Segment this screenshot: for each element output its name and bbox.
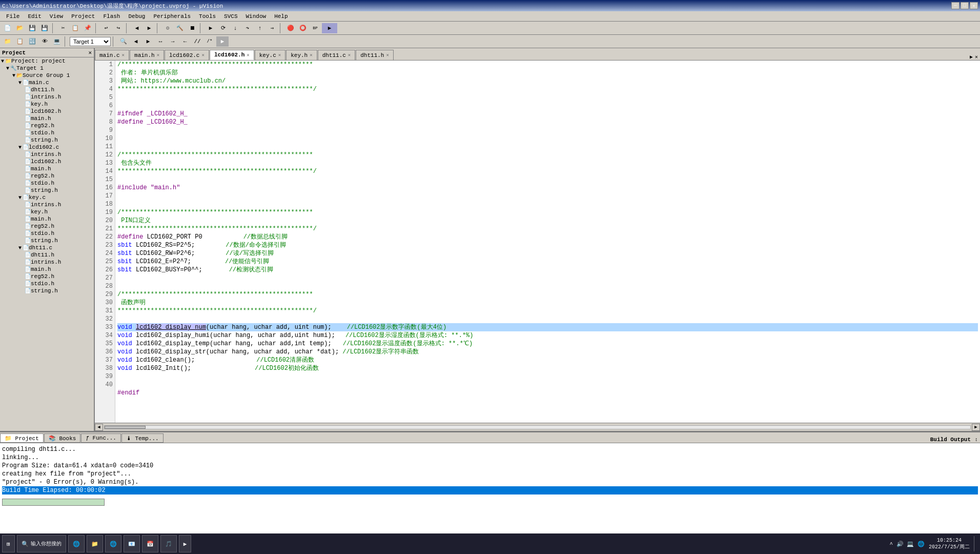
horizontal-scroll-track[interactable] — [104, 425, 971, 429]
stop-btn[interactable]: ⏹ — [187, 23, 198, 33]
replace-btn[interactable]: ↔ — [155, 36, 166, 47]
find-next[interactable]: ▶ — [142, 36, 154, 47]
menu-file[interactable]: File — [2, 12, 24, 21]
tab-dht11-h[interactable]: dht11.h ✕ — [356, 50, 394, 60]
taskbar-app-winamp[interactable]: ▶ — [179, 535, 192, 552]
tree-string-h4[interactable]: 📄 string.h — [0, 287, 94, 294]
tab-nav-btn[interactable]: ▶ — [970, 54, 973, 60]
tree-dht11-c[interactable]: ▼ 📄 dht11.c — [0, 244, 94, 251]
menu-peripherals[interactable]: Peripherals — [149, 12, 195, 21]
menu-window[interactable]: Window — [242, 12, 271, 21]
tree-dht11-h[interactable]: 📄 dht11.h — [0, 86, 94, 93]
tree-lcd1602-c[interactable]: ▼ 📄 lcd1602.c — [0, 144, 94, 151]
horizontal-scrollbar[interactable]: ◀ ▶ — [95, 423, 980, 431]
rebuild-btn[interactable]: 🔨 — [174, 23, 186, 33]
menu-help[interactable]: Help — [270, 12, 292, 21]
debug-start[interactable]: ▶ — [205, 23, 216, 33]
insert-bp[interactable]: 🔴 — [285, 23, 296, 33]
new-btn[interactable]: 📄 — [2, 23, 13, 33]
comment-btn[interactable]: // — [192, 36, 203, 47]
find-btn[interactable]: 🔍 — [118, 36, 129, 47]
taskbar-app-edge[interactable]: 🌐 — [68, 535, 85, 552]
tree-intrins-h2[interactable]: 📄 intrins.h — [0, 151, 94, 158]
tree-lcd1602-h2[interactable]: 📄 lcd1602.h — [0, 158, 94, 165]
menu-svcs[interactable]: SVCS — [220, 12, 241, 21]
undo-btn[interactable]: ↩ — [100, 23, 112, 33]
tree-stdio-h1[interactable]: 📄 stdio.h — [0, 129, 94, 136]
btab-project[interactable]: 📁 Project — [0, 433, 44, 443]
code-editor[interactable]: 1 2 3 4 5 6 7 8 9 10 11 12 13 14 15 16 1… — [95, 61, 980, 423]
tree-lcd1602-h1[interactable]: 📄 lcd1602.h — [0, 108, 94, 115]
watch-window[interactable]: 👁 — [39, 36, 50, 47]
btab-books[interactable]: 📚 Books — [44, 433, 81, 443]
tree-reg52-h1[interactable]: 📄 reg52.h — [0, 122, 94, 129]
taskbar-app-music[interactable]: 🎵 — [160, 535, 177, 552]
menu-debug[interactable]: Debug — [124, 12, 149, 21]
tree-main-h3[interactable]: 📄 main.h — [0, 215, 94, 223]
tree-string-h2[interactable]: 📄 string.h — [0, 187, 94, 194]
tree-stdio-h2[interactable]: 📄 stdio.h — [0, 180, 94, 187]
debug-run[interactable]: ⇒ — [267, 23, 278, 33]
tree-source-group[interactable]: ▼ 📂 Source Group 1 — [0, 72, 94, 79]
tree-string-h1[interactable]: 📄 string.h — [0, 136, 94, 144]
proj-window[interactable]: 📁 — [2, 36, 13, 47]
menu-project[interactable]: Project — [67, 12, 99, 21]
tab-main-h[interactable]: main.h ✕ — [130, 50, 164, 60]
build-btn[interactable]: ⚙ — [162, 23, 173, 33]
sym-window[interactable]: 🔣 — [27, 36, 38, 47]
tree-reg52-h2[interactable]: 📄 reg52.h — [0, 172, 94, 180]
open-btn[interactable]: 📂 — [14, 23, 26, 33]
tab-key-h[interactable]: key.h ✕ — [286, 50, 317, 60]
horizontal-scroll-thumb[interactable] — [105, 426, 146, 429]
tree-key-h1[interactable]: 📄 key.h — [0, 101, 94, 108]
outdent-btn[interactable]: ← — [179, 36, 191, 47]
target-select[interactable]: Target 1 — [70, 37, 111, 46]
btab-func[interactable]: ƒ Func... — [81, 433, 120, 443]
copy-btn[interactable]: 📋 — [70, 23, 81, 33]
run-btn[interactable]: ▶ — [216, 36, 229, 47]
debug-out[interactable]: ↑ — [254, 23, 266, 33]
en-bp[interactable]: BP — [310, 23, 321, 33]
show-desktop-btn[interactable] — [974, 536, 978, 551]
project-panel-close[interactable]: ✕ — [88, 49, 92, 56]
tab-lcd1602-h[interactable]: lcd1602.h ✕ — [210, 50, 254, 60]
taskbar-app-chrome[interactable]: 🌐 — [105, 535, 121, 552]
mem-window[interactable]: 💻 — [51, 36, 63, 47]
tree-main-h2[interactable]: 📄 main.h — [0, 165, 94, 172]
menu-view[interactable]: View — [46, 12, 67, 21]
tree-reg52-h3[interactable]: 📄 reg52.h — [0, 223, 94, 230]
tab-dht11-c[interactable]: dht11.c ✕ — [318, 50, 356, 60]
nav-fwd[interactable]: ▶ — [144, 23, 155, 33]
tree-stdio-h4[interactable]: 📄 stdio.h — [0, 280, 94, 287]
taskbar-app-mail[interactable]: 📧 — [124, 535, 140, 552]
tree-intrins-h1[interactable]: 📄 intrins.h — [0, 93, 94, 101]
tab-main-c[interactable]: main.c ✕ — [95, 50, 129, 60]
regs-window[interactable]: 📋 — [14, 36, 26, 47]
tree-reg52-h4[interactable]: 📄 reg52.h — [0, 273, 94, 280]
menu-flash[interactable]: Flash — [99, 12, 124, 21]
tree-project-root[interactable]: ▼ 📁 Project: project — [0, 57, 94, 65]
paste-btn[interactable]: 📌 — [82, 23, 93, 33]
debug-reset[interactable]: ⟳ — [217, 23, 229, 33]
taskbar-app-file[interactable]: 📁 — [87, 535, 103, 552]
close-button[interactable]: ✕ — [970, 2, 978, 9]
search-button[interactable]: 🔍 输入你想搜的 — [17, 535, 66, 552]
tree-string-h3[interactable]: 📄 string.h — [0, 237, 94, 244]
tab-lcd1602-c[interactable]: lcd1602.c ✕ — [165, 50, 209, 60]
debug-over[interactable]: ↷ — [242, 23, 253, 33]
clr-bp[interactable]: ⭕ — [297, 23, 309, 33]
indent-btn[interactable]: → — [167, 36, 178, 47]
tree-key-c[interactable]: ▼ 📄 key.c — [0, 194, 94, 201]
scroll-right-btn[interactable]: ▶ — [972, 424, 980, 431]
maximize-button[interactable]: □ — [961, 2, 969, 9]
btab-temp[interactable]: 🌡 Temp... — [121, 433, 164, 443]
tree-dht11-h2[interactable]: 📄 dht11.h — [0, 251, 94, 259]
tab-close-all-btn[interactable]: ✕ — [975, 54, 978, 60]
taskbar-app-calendar[interactable]: 📅 — [142, 535, 158, 552]
menu-edit[interactable]: Edit — [24, 12, 45, 21]
minimize-button[interactable]: ─ — [951, 2, 959, 9]
cut-btn[interactable]: ✂ — [57, 23, 69, 33]
tree-stdio-h3[interactable]: 📄 stdio.h — [0, 230, 94, 237]
tree-main-c[interactable]: ▼ 📄 main.c — [0, 79, 94, 86]
save-btn[interactable]: 💾 — [27, 23, 38, 33]
